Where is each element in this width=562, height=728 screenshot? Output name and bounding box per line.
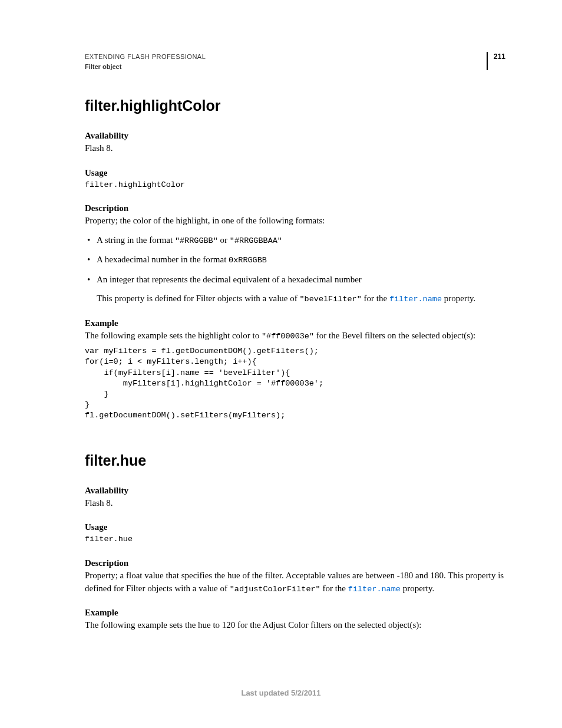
- bullet-text: A string in the format: [97, 235, 175, 245]
- usage-code: filter.hue: [85, 533, 505, 545]
- inline-code: "#ff00003e": [262, 332, 314, 341]
- example-label: Example: [85, 318, 505, 328]
- page-header: EXTENDING FLASH PROFESSIONAL Filter obje…: [85, 52, 505, 71]
- text: for the Bevel filters on the selected ob…: [314, 331, 475, 340]
- inline-code: "#RRGGBBAA": [230, 236, 282, 245]
- inline-code: "#RRGGBB": [175, 236, 218, 245]
- availability-label: Availability: [85, 486, 505, 496]
- usage-label: Usage: [85, 522, 505, 532]
- breadcrumb: EXTENDING FLASH PROFESSIONAL: [85, 52, 206, 62]
- description-label: Description: [85, 203, 505, 213]
- header-left: EXTENDING FLASH PROFESSIONAL Filter obje…: [85, 52, 206, 71]
- page: EXTENDING FLASH PROFESSIONAL Filter obje…: [0, 0, 562, 728]
- header-section-title: Filter object: [85, 62, 206, 72]
- description-note: This property is defined for Filter obje…: [85, 292, 505, 305]
- section-title-highlightcolor: filter.highlightColor: [85, 97, 505, 114]
- bullet-item: An integer that represents the decimal e…: [85, 273, 505, 286]
- text: This property is defined for Filter obje…: [97, 294, 300, 303]
- usage-code: filter.highlightColor: [85, 179, 505, 191]
- text: The following example sets the highlight…: [85, 331, 262, 340]
- inline-code: 0xRRGGBB: [229, 256, 267, 265]
- availability-text: Flash 8.: [85, 497, 505, 510]
- description-bullets: A string in the format "#RRGGBB" or "#RR…: [85, 233, 505, 286]
- example-text: The following example sets the hue to 12…: [85, 619, 505, 632]
- text: property.: [401, 584, 434, 593]
- page-number: 211: [487, 52, 505, 70]
- description-text: Property; the color of the highlight, in…: [85, 215, 505, 228]
- example-text: The following example sets the highlight…: [85, 330, 505, 342]
- filter-name-link[interactable]: filter.name: [389, 295, 442, 304]
- section-title-hue: filter.hue: [85, 452, 505, 469]
- text: property.: [442, 294, 475, 303]
- description-label: Description: [85, 558, 505, 568]
- bullet-item: A hexadecimal number in the format 0xRRG…: [85, 253, 505, 266]
- example-label: Example: [85, 608, 505, 618]
- bullet-item: A string in the format "#RRGGBB" or "#RR…: [85, 233, 505, 247]
- availability-label: Availability: [85, 131, 505, 141]
- example-code-block: var myFilters = fl.getDocumentDOM().getF…: [85, 346, 505, 421]
- inline-code: "adjustColorFilter": [230, 585, 320, 594]
- bullet-text: A hexadecimal number in the format: [97, 255, 229, 264]
- text: for the: [362, 294, 389, 303]
- inline-code: "bevelFilter": [300, 295, 362, 304]
- availability-text: Flash 8.: [85, 142, 505, 155]
- filter-name-link[interactable]: filter.name: [348, 585, 401, 594]
- description-text: Property; a float value that specifies t…: [85, 569, 505, 595]
- page-footer: Last updated 5/2/2011: [0, 689, 562, 697]
- text: for the: [320, 584, 348, 593]
- usage-label: Usage: [85, 168, 505, 178]
- bullet-text: An integer that represents the decimal e…: [97, 275, 362, 284]
- bullet-text: or: [218, 235, 230, 245]
